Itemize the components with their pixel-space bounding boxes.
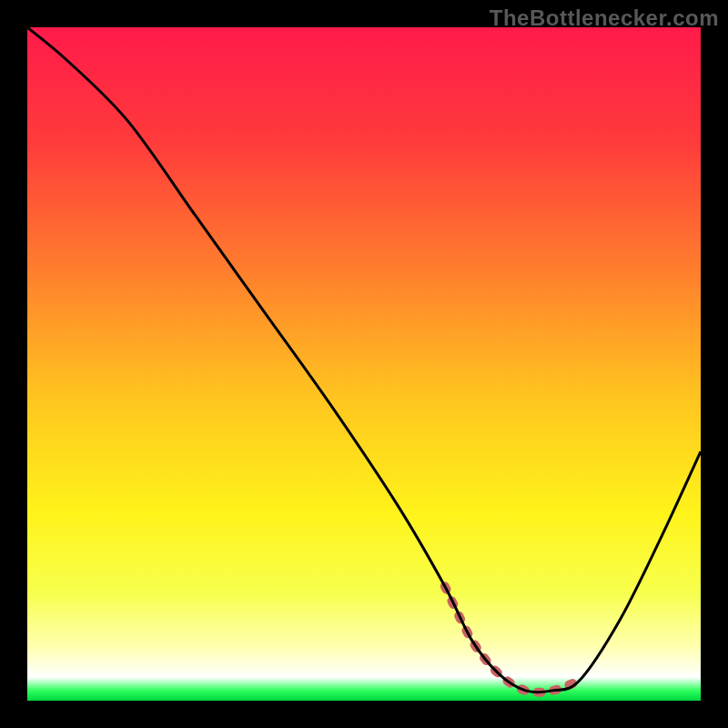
- plot-area: [27, 27, 701, 701]
- chart-container: TheBottlenecker.com: [0, 0, 728, 728]
- bottleneck-curve: [27, 27, 701, 693]
- curve-layer: [27, 27, 701, 701]
- trough-marker: [445, 586, 580, 693]
- watermark-text: TheBottlenecker.com: [490, 5, 719, 31]
